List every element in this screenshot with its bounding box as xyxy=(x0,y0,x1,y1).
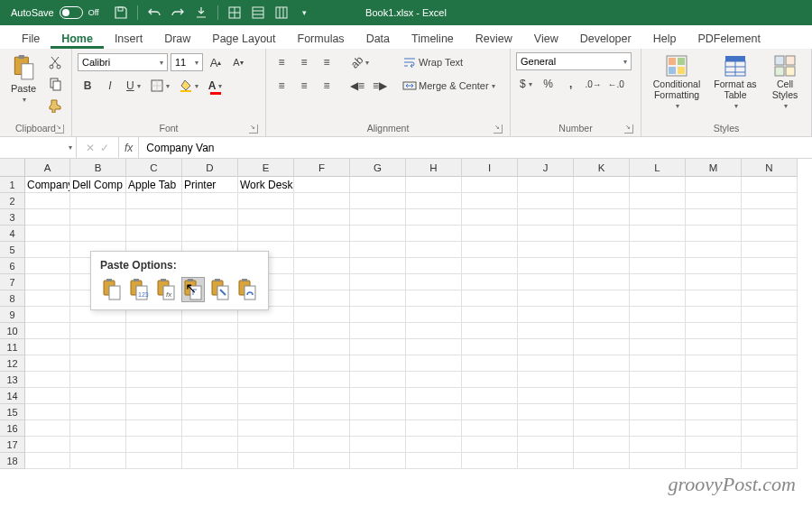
cell[interactable] xyxy=(686,209,742,226)
cell[interactable] xyxy=(25,355,70,372)
col-header[interactable]: I xyxy=(462,159,518,177)
cell[interactable] xyxy=(126,420,182,437)
cell[interactable] xyxy=(518,404,574,420)
row-header[interactable]: 13 xyxy=(0,372,25,388)
cell[interactable] xyxy=(630,274,686,290)
row-header[interactable]: 7 xyxy=(0,274,25,290)
cell[interactable] xyxy=(742,323,798,339)
cell[interactable] xyxy=(518,453,574,469)
cell[interactable] xyxy=(294,209,350,226)
cell[interactable] xyxy=(406,453,462,469)
cell[interactable] xyxy=(574,209,630,226)
cell[interactable] xyxy=(182,209,238,226)
enter-icon[interactable]: ✓ xyxy=(100,142,109,154)
align-top-icon[interactable]: ≡ xyxy=(272,52,291,72)
cell[interactable] xyxy=(462,323,518,339)
paste-option-paste[interactable] xyxy=(100,277,124,302)
decrease-decimal-icon[interactable]: ←.0 xyxy=(606,74,626,94)
col-header[interactable]: L xyxy=(630,159,686,177)
row-header[interactable]: 1 xyxy=(0,177,25,193)
paste-option-transpose[interactable] xyxy=(181,277,205,302)
cell[interactable] xyxy=(294,242,350,258)
cell[interactable] xyxy=(406,226,462,242)
cell[interactable] xyxy=(574,323,630,339)
col-header[interactable]: D xyxy=(182,159,238,177)
row-header[interactable]: 16 xyxy=(0,420,25,437)
cell[interactable] xyxy=(294,388,350,404)
cell[interactable] xyxy=(630,177,686,193)
cell[interactable] xyxy=(406,307,462,323)
underline-button[interactable]: U▾ xyxy=(123,76,144,96)
cell[interactable] xyxy=(25,388,70,404)
decrease-indent-icon[interactable]: ◀≡ xyxy=(347,76,367,96)
cell[interactable] xyxy=(182,453,238,469)
cell[interactable] xyxy=(574,307,630,323)
cell[interactable] xyxy=(574,420,630,437)
row-header[interactable]: 2 xyxy=(0,193,25,209)
cell[interactable] xyxy=(25,226,70,242)
align-right-icon[interactable]: ≡ xyxy=(317,76,337,96)
cell[interactable] xyxy=(462,355,518,372)
cell[interactable] xyxy=(462,290,518,307)
wrap-text-button[interactable]: Wrap Text xyxy=(399,52,498,72)
cell[interactable] xyxy=(518,242,574,258)
cell[interactable] xyxy=(518,177,574,193)
cell[interactable] xyxy=(294,372,350,388)
cell[interactable] xyxy=(294,290,350,307)
cell[interactable] xyxy=(686,404,742,420)
copy-button[interactable] xyxy=(45,74,65,94)
formula-input[interactable]: Company Van xyxy=(139,137,812,158)
cell[interactable] xyxy=(742,209,798,226)
align-center-icon[interactable]: ≡ xyxy=(294,76,314,96)
cell[interactable] xyxy=(126,355,182,372)
cell[interactable] xyxy=(25,290,70,307)
cell[interactable] xyxy=(742,388,798,404)
dialog-launcher-icon[interactable] xyxy=(624,124,633,134)
cell[interactable] xyxy=(182,355,238,372)
cell[interactable] xyxy=(630,307,686,323)
cell[interactable] xyxy=(686,258,742,274)
cell[interactable] xyxy=(126,372,182,388)
cell[interactable] xyxy=(238,404,294,420)
cell[interactable] xyxy=(182,226,238,242)
cell[interactable] xyxy=(350,388,406,404)
cell[interactable] xyxy=(294,355,350,372)
cell[interactable] xyxy=(630,242,686,258)
cell[interactable] xyxy=(25,193,70,209)
italic-button[interactable]: I xyxy=(100,76,120,96)
cell[interactable] xyxy=(462,226,518,242)
cell[interactable] xyxy=(742,290,798,307)
cell[interactable] xyxy=(406,242,462,258)
increase-decimal-icon[interactable]: .0→ xyxy=(584,74,604,94)
font-size-select[interactable]: 11▾ xyxy=(171,53,203,71)
cell[interactable] xyxy=(574,242,630,258)
cell[interactable] xyxy=(406,437,462,453)
paste-button[interactable]: Paste ▾ xyxy=(5,52,42,106)
cell[interactable] xyxy=(238,323,294,339)
cell[interactable] xyxy=(742,193,798,209)
cell[interactable] xyxy=(406,258,462,274)
cell[interactable] xyxy=(518,290,574,307)
cell[interactable] xyxy=(350,290,406,307)
cell[interactable] xyxy=(462,242,518,258)
cell[interactable] xyxy=(686,453,742,469)
cell[interactable] xyxy=(574,372,630,388)
cell[interactable] xyxy=(462,307,518,323)
row-header[interactable]: 11 xyxy=(0,339,25,355)
cell[interactable] xyxy=(25,420,70,437)
cell[interactable] xyxy=(238,453,294,469)
cell[interactable] xyxy=(350,453,406,469)
cell[interactable] xyxy=(294,453,350,469)
cell[interactable] xyxy=(518,274,574,290)
paste-option-formatting[interactable] xyxy=(208,277,232,302)
cell[interactable] xyxy=(350,420,406,437)
select-all-corner[interactable] xyxy=(0,159,25,177)
row-header[interactable]: 14 xyxy=(0,388,25,404)
cell[interactable] xyxy=(182,372,238,388)
dialog-launcher-icon[interactable] xyxy=(494,124,503,134)
cell[interactable] xyxy=(742,404,798,420)
font-color-button[interactable]: A▾ xyxy=(205,76,226,96)
cell[interactable] xyxy=(630,437,686,453)
cell[interactable] xyxy=(630,339,686,355)
cell[interactable] xyxy=(25,209,70,226)
